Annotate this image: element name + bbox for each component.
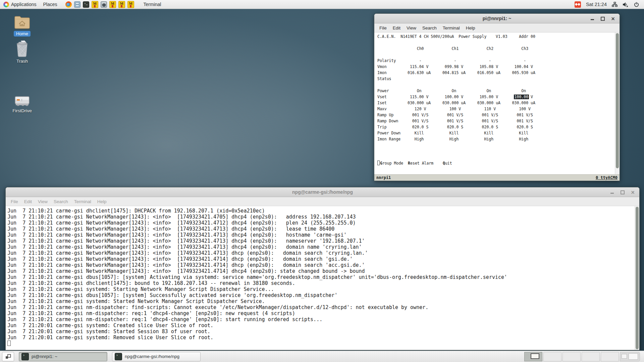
drive-icon <box>14 95 31 107</box>
syslog-scrollbar[interactable] <box>635 206 639 350</box>
menu-file[interactable]: File <box>376 25 390 31</box>
psu-terminal-screen[interactable]: C.A.E.N. N1419ET 4 CH 500V/200uA Power S… <box>374 33 620 174</box>
active-app-label[interactable]: Terminal <box>144 2 161 7</box>
places-label: Places <box>43 2 57 7</box>
workspace-2[interactable] <box>543 352 561 361</box>
menu-search[interactable]: Search <box>419 25 440 31</box>
highlighted-value[interactable]: 100.00 <box>514 95 529 99</box>
menu-search[interactable]: Search <box>51 199 71 204</box>
terminal-line: Jun 7 21:10:21 carme-gsi dbus[1057]: [sy… <box>7 292 634 298</box>
psu-footer-command[interactable]: eset Alarm <box>410 161 443 166</box>
syslog-terminal-screen[interactable]: Jun 7 21:10:21 carme-gsi dhclient[1475]:… <box>6 206 639 350</box>
workspace-window-thumb <box>531 353 539 359</box>
terminal-line: Jun 7 21:10:21 carme-gsi systemd: Starte… <box>7 298 634 304</box>
psu-footer-command[interactable]: roup Mode <box>382 161 408 166</box>
menu-terminal[interactable]: Terminal <box>71 199 94 204</box>
workspace-window-thumb <box>629 353 638 360</box>
terminal-line <box>377 52 614 58</box>
taskbar-task-button[interactable]: pi@nnrpi1: ~ <box>19 352 107 361</box>
midas-icon[interactable] <box>127 1 134 8</box>
terminal-launch-icon[interactable] <box>83 1 89 8</box>
terminal-line: Jun 7 21:10:21 carme-gsi dhclient[1475]:… <box>7 280 634 286</box>
trash-icon <box>14 40 30 57</box>
desktop-icon-firstdrive[interactable]: FirstDrive <box>6 95 38 114</box>
terminal-line <box>377 154 614 160</box>
clock[interactable]: Sat 21:24 <box>586 2 607 7</box>
terminal-line: Jun 7 21:10:21 carme-gsi dbus[1057]: [sy… <box>7 274 634 280</box>
taskbar-task-button[interactable]: npg@carme-gsi:/home/npg <box>112 352 201 361</box>
terminal-line: Jun 7 21:10:21 carme-gsi NetworkManager[… <box>7 244 634 250</box>
terminal-line: Imon 016.630 uA 004.815 uA 016.050 uA 00… <box>377 70 614 76</box>
system-tray: Sat 21:24 <box>575 0 644 9</box>
terminal-cursor <box>377 161 380 165</box>
terminal-line <box>377 142 614 148</box>
screenshot-icon[interactable] <box>101 1 107 8</box>
network-icon[interactable] <box>612 2 618 7</box>
workspace-6[interactable] <box>620 352 640 361</box>
minimize-button[interactable] <box>590 16 595 21</box>
maximize-button[interactable] <box>620 190 625 195</box>
menu-edit[interactable]: Edit <box>390 25 404 31</box>
applications-menu[interactable]: Applications <box>0 0 40 9</box>
workspace-5[interactable] <box>601 352 619 361</box>
workspace-4[interactable] <box>582 352 600 361</box>
terminal-icon <box>115 353 122 360</box>
terminal-line <box>377 148 614 154</box>
terminal-line: Jun 7 21:20:01 carme-gsi systemd: Starte… <box>7 328 634 335</box>
window-list-button[interactable] <box>2 352 14 361</box>
menu-view[interactable]: View <box>35 199 51 204</box>
syslog-scrollbar-thumb[interactable] <box>636 207 639 349</box>
psu-statusbar: nnrpi1 0 ttyACM0 <box>374 174 620 181</box>
panel-launchers <box>65 1 134 8</box>
terminal-line: Jun 7 21:10:21 carme-gsi NetworkManager[… <box>7 226 634 232</box>
close-button[interactable]: ✕ <box>630 190 635 195</box>
menu-file[interactable]: File <box>8 199 21 204</box>
firefox-icon[interactable] <box>65 1 72 8</box>
psu-footer-command[interactable]: uit <box>445 161 452 166</box>
menu-edit[interactable]: Edit <box>21 199 35 204</box>
maximize-button[interactable] <box>600 16 605 21</box>
close-button[interactable]: ✕ <box>610 16 615 21</box>
terminal-line: Vset 115.00 V 100.00 V 105.00 V 100.00 V <box>377 94 614 100</box>
terminal-line: Jun 7 21:20:01 carme-gsi systemd: Create… <box>7 322 634 328</box>
statusbar-host: nnrpi1 <box>376 175 391 180</box>
desktop-icon-home[interactable]: Home <box>6 15 38 37</box>
midas-icon[interactable] <box>109 1 116 8</box>
psu-footer-command[interactable]: Q <box>443 161 445 166</box>
syslog-titlebar[interactable]: npg@carme-gsi:/home/npg ✕ <box>6 187 639 197</box>
psu-scrollbar[interactable] <box>615 33 620 174</box>
file-manager-icon[interactable] <box>74 1 80 8</box>
volume-muted-icon[interactable] <box>623 2 629 7</box>
workspace-window-thumb <box>622 354 627 359</box>
midas-icon[interactable] <box>118 1 125 8</box>
workspace-1[interactable] <box>524 352 542 361</box>
psu-titlebar[interactable]: pi@nnrpi1: ~ ✕ <box>374 14 620 23</box>
psu-footer-command[interactable]: G <box>380 161 382 166</box>
notification-tray-icon[interactable] <box>575 1 581 8</box>
task-label: pi@nnrpi1: ~ <box>32 354 57 359</box>
workspace-3[interactable] <box>562 352 581 361</box>
applications-icon <box>3 2 9 7</box>
menu-help[interactable]: Help <box>463 25 478 31</box>
terminal-line: Jun 7 21:10:21 carme-gsi NetworkManager[… <box>7 256 634 262</box>
terminal-line: Jun 7 21:10:21 carme-gsi nm-dispatcher: … <box>7 304 634 310</box>
statusbar-tty[interactable]: 0 ttyACM0 <box>596 175 618 180</box>
desktop-icon-trash[interactable]: Trash <box>6 40 38 64</box>
psu-terminal-window: pi@nnrpi1: ~ ✕ FileEditViewSearchTermina… <box>374 13 620 181</box>
terminal-line <box>7 341 634 347</box>
minimize-button[interactable] <box>609 190 614 195</box>
menu-terminal[interactable]: Terminal <box>440 25 463 31</box>
power-icon[interactable] <box>634 2 639 7</box>
menu-view[interactable]: View <box>404 25 419 31</box>
terminal-cursor <box>7 341 11 346</box>
terminal-line: Status <box>377 76 614 82</box>
psu-footer-command[interactable]: R <box>408 161 410 166</box>
psu-scrollbar-thumb[interactable] <box>616 33 619 168</box>
window-title: npg@carme-gsi:/home/npg <box>292 189 353 195</box>
midas-icon[interactable] <box>92 1 98 8</box>
places-menu[interactable]: Places <box>40 0 61 9</box>
syslog-terminal-window: npg@carme-gsi:/home/npg ✕ FileEditViewSe… <box>5 187 640 350</box>
menu-help[interactable]: Help <box>94 199 110 204</box>
terminal-line: Jun 7 21:10:21 carme-gsi systemd: Starti… <box>7 286 634 292</box>
terminal-line: Power On On On On <box>377 88 614 94</box>
